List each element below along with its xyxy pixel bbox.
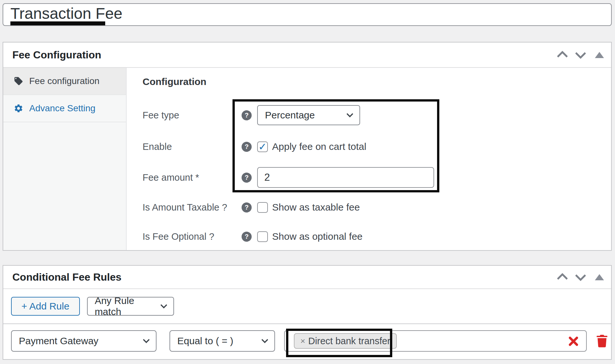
remove-tag-icon[interactable]: ×	[300, 336, 305, 346]
collapse-panel-icon[interactable]	[595, 274, 604, 280]
selected-value-tag-label: Direct bank transfer	[308, 336, 390, 346]
apply-fee-on-cart-total-label: Apply fee on cart total	[272, 141, 366, 152]
collapse-panel-icon[interactable]	[595, 52, 604, 58]
configuration-heading: Configuration	[143, 76, 207, 87]
show-as-optional-fee-label: Show as optional fee	[272, 231, 363, 242]
enable-label: Enable	[143, 141, 242, 152]
rule-match-mode-select[interactable]: Any Rule match	[87, 297, 174, 316]
rule-row: Payment Gateway Equal to ( = ) × Direct …	[3, 324, 611, 358]
fee-type-select[interactable]: Percentage	[257, 105, 360, 125]
help-icon[interactable]: ?	[242, 173, 252, 183]
post-title-input[interactable]	[3, 3, 612, 26]
help-icon[interactable]: ?	[242, 142, 252, 152]
fee-amount-row: Fee amount * ?	[143, 167, 608, 188]
fee-configuration-header: Fee Configuration	[3, 42, 611, 68]
selected-value-tag: × Direct bank transfer	[294, 333, 397, 349]
move-down-icon[interactable]	[575, 270, 586, 281]
show-as-optional-fee-checkbox[interactable]	[257, 231, 268, 242]
conditional-fee-rules-header: Conditional Fee Rules	[3, 266, 611, 289]
fee-amount-input[interactable]	[257, 167, 434, 188]
gear-icon	[14, 103, 23, 113]
fee-configuration-panel: Fee Configuration Fee configuration	[3, 42, 612, 251]
show-as-taxable-fee-label: Show as taxable fee	[272, 202, 360, 213]
apply-fee-on-cart-total-checkbox[interactable]: ✓	[257, 141, 268, 152]
chevron-down-icon	[261, 336, 268, 343]
fee-type-selected-value: Percentage	[265, 110, 315, 121]
help-icon[interactable]: ?	[242, 202, 252, 212]
move-up-icon[interactable]	[557, 51, 568, 62]
tag-icon	[14, 76, 23, 86]
is-amount-taxable-row: Is Amount Taxable ? ? Show as taxable fe…	[143, 201, 608, 214]
fee-configuration-title: Fee Configuration	[12, 49, 101, 61]
rule-field-select[interactable]: Payment Gateway	[11, 330, 157, 352]
chevron-down-icon	[143, 336, 150, 343]
conditional-fee-rules-title: Conditional Fee Rules	[12, 271, 121, 283]
delete-rule-trash-icon[interactable]	[595, 334, 609, 348]
rule-field-value: Payment Gateway	[19, 335, 98, 346]
is-amount-taxable-label: Is Amount Taxable ?	[143, 202, 242, 213]
show-as-taxable-fee-checkbox[interactable]	[257, 202, 268, 213]
rule-operator-select[interactable]: Equal to ( = )	[169, 330, 275, 352]
fee-settings-sidebar: Fee configuration Advance Setting	[3, 68, 127, 250]
rule-match-mode-value: Any Rule match	[95, 295, 161, 317]
sidebar-tab-label: Advance Setting	[29, 103, 95, 114]
add-rule-button[interactable]: + Add Rule	[11, 297, 80, 316]
sidebar-tab-fee-configuration[interactable]: Fee configuration	[3, 68, 126, 95]
fee-amount-label: Fee amount *	[143, 172, 242, 183]
rule-operator-value: Equal to ( = )	[177, 335, 233, 346]
clear-selection-icon[interactable]	[568, 336, 579, 347]
help-icon[interactable]: ?	[242, 110, 252, 120]
rule-value-multiselect[interactable]: × Direct bank transfer	[284, 330, 587, 352]
sidebar-tab-advance-setting[interactable]: Advance Setting	[3, 95, 126, 122]
fee-type-row: Fee type ? Percentage	[143, 105, 608, 125]
conditional-fee-rules-panel: Conditional Fee Rules + Add Rule Any Rul…	[3, 265, 612, 360]
is-fee-optional-label: Is Fee Optional ?	[143, 231, 242, 242]
help-icon[interactable]: ?	[242, 232, 252, 242]
fee-type-label: Fee type	[143, 110, 242, 121]
rules-toolbar: + Add Rule Any Rule match	[3, 289, 611, 324]
is-fee-optional-row: Is Fee Optional ? ? Show as optional fee	[143, 230, 608, 243]
sidebar-tab-label: Fee configuration	[29, 76, 99, 86]
move-down-icon[interactable]	[575, 48, 586, 59]
move-up-icon[interactable]	[557, 273, 568, 284]
chevron-down-icon	[346, 111, 353, 117]
enable-row: Enable ? ✓ Apply fee on cart total	[143, 140, 608, 153]
chevron-down-icon	[160, 302, 167, 309]
